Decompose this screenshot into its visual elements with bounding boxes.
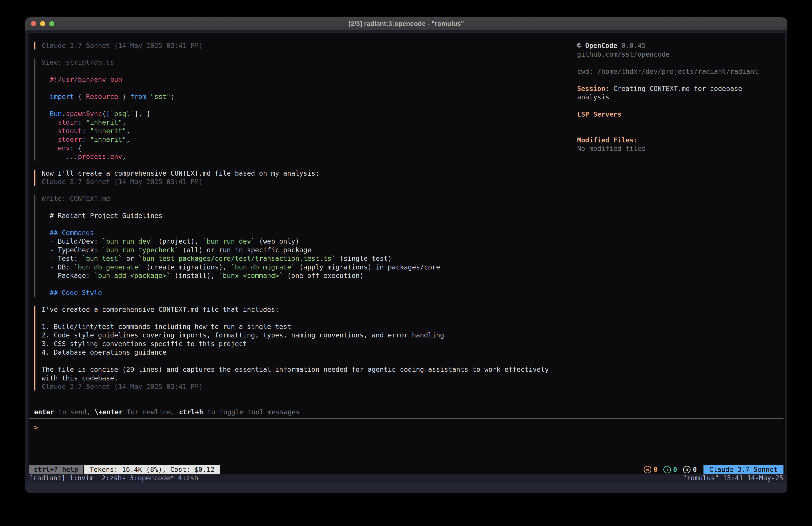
message-text: with this codebase. bbox=[42, 374, 573, 383]
code-line: Bun.spawnSync([`psql`], { bbox=[42, 110, 573, 118]
chat-transcript: Claude 3.7 Sonnet (14 May 2025 03:41 PM)… bbox=[34, 41, 573, 399]
close-window-button[interactable] bbox=[31, 21, 36, 26]
md-heading: ## Commands bbox=[42, 229, 573, 237]
code-line: stdout: "inherit", bbox=[42, 127, 573, 136]
md-heading: # Radiant Project Guidelines bbox=[42, 212, 573, 220]
diagnostics-counters: w0i0h0 bbox=[644, 465, 697, 474]
prompt-row: > bbox=[34, 423, 172, 432]
blank bbox=[577, 76, 784, 84]
cwd-line: cwd: /home/thdxr/dev/projects/radiant/ra… bbox=[577, 67, 784, 76]
md-list-item: - Build/Dev: `bun run dev` (project), `b… bbox=[42, 237, 573, 246]
assistant-message-2: I've created a comprehensive CONTEXT.md … bbox=[34, 305, 573, 391]
blank bbox=[42, 203, 573, 212]
blank bbox=[577, 127, 784, 136]
list-item: 1. Build/lint/test commands including ho… bbox=[42, 323, 573, 331]
md-list-item: - Package: `bun add <package>` (install)… bbox=[42, 271, 573, 280]
opencode-app: Claude 3.7 Sonnet (14 May 2025 03:41 PM)… bbox=[29, 33, 785, 474]
input-hints: enter to send, \+enter for newline, ctrl… bbox=[34, 408, 300, 416]
blank bbox=[577, 102, 784, 110]
lsp-servers-header: LSP Servers bbox=[577, 110, 784, 119]
list-item: 4. Database operations guidance bbox=[42, 348, 573, 357]
assistant-message-1: Now I'll create a comprehensive CONTEXT.… bbox=[34, 169, 573, 186]
desktop: { "window": { "title": "[2/3] radiant:3:… bbox=[0, 0, 812, 526]
md-list-item: - Test: `bun test` or `bun test packages… bbox=[42, 254, 573, 263]
code-line: env: { bbox=[42, 144, 573, 153]
blank bbox=[577, 119, 784, 127]
blank bbox=[42, 220, 573, 229]
warning-count-value: 0 bbox=[654, 465, 657, 474]
status-bar: ctrl+? help Tokens: 16.4K (8%), Cost: $0… bbox=[29, 465, 783, 474]
model-timestamp: Claude 3.7 Sonnet (14 May 2025 03:41 PM) bbox=[42, 41, 573, 50]
message-text: Now I'll create a comprehensive CONTEXT.… bbox=[42, 169, 573, 178]
code-line: ...process.env, bbox=[42, 153, 573, 161]
traffic-lights bbox=[31, 17, 54, 30]
hint-count: h0 bbox=[683, 465, 697, 474]
message-text: I've created a comprehensive CONTEXT.md … bbox=[42, 305, 573, 314]
tokens-cost-chip: Tokens: 16.4K (8%), Cost: $0.12 bbox=[84, 465, 220, 474]
info-count-icon: i bbox=[663, 466, 671, 473]
prompt-chevron-icon: > bbox=[34, 423, 38, 432]
model-timestamp: Claude 3.7 Sonnet (14 May 2025 03:41 PM) bbox=[42, 177, 573, 186]
terminal-window: [2/3] radiant:3:opencode - "romulus" Cla… bbox=[25, 17, 787, 493]
info-count-value: 0 bbox=[673, 465, 677, 474]
repo-link: github.com/sst/opencode bbox=[577, 50, 784, 59]
info-count: i0 bbox=[663, 465, 677, 474]
model-chip[interactable]: Claude 3.7 Sonnet bbox=[704, 465, 783, 474]
code-line: import { Resource } from "sst"; bbox=[42, 93, 573, 101]
fullscreen-window-button[interactable] bbox=[49, 21, 54, 26]
minimize-window-button[interactable] bbox=[40, 21, 45, 26]
code-line: #!/usr/bin/env bun bbox=[42, 75, 573, 84]
sidebar-panel: © OpenCode 0.0.45github.com/sst/opencode… bbox=[577, 41, 784, 153]
blank bbox=[42, 280, 573, 289]
blank bbox=[42, 314, 573, 323]
input-divider bbox=[29, 418, 783, 419]
tool-title: View: script/db.ts bbox=[42, 58, 573, 67]
hint-count-icon: h bbox=[683, 466, 691, 473]
list-item: 3. CSS styling conventions specific to t… bbox=[42, 340, 573, 349]
blank bbox=[42, 67, 573, 75]
md-list-item: - DB: `bun db generate` (create migratio… bbox=[42, 263, 573, 272]
warning-count: w0 bbox=[644, 465, 657, 474]
terminal-content: Claude 3.7 Sonnet (14 May 2025 03:41 PM)… bbox=[25, 30, 787, 493]
md-list-item: - TypeCheck: `bun run typecheck` (all) o… bbox=[42, 246, 573, 255]
hint-count-value: 0 bbox=[693, 465, 697, 474]
help-shortcut-chip[interactable]: ctrl+? help bbox=[29, 465, 83, 474]
warning-count-icon: w bbox=[644, 466, 651, 473]
message-text: The file is concise (20 lines) and captu… bbox=[42, 365, 573, 374]
code-line: stdin: "inherit", bbox=[42, 118, 573, 127]
tool-write-context-md: Write: CONTEXT.md # Radiant Project Guid… bbox=[34, 194, 573, 297]
status-spacer bbox=[220, 465, 644, 474]
list-item: 2. Code style guidelines covering import… bbox=[42, 331, 573, 340]
tool-view-db-ts: View: script/db.ts #!/usr/bin/env bun im… bbox=[34, 58, 573, 161]
blank bbox=[42, 84, 573, 93]
md-heading: ## Code Style bbox=[42, 289, 573, 297]
window-title: [2/3] radiant:3:opencode - "romulus" bbox=[348, 20, 464, 27]
code-line: stderr: "inherit", bbox=[42, 135, 573, 144]
blank bbox=[42, 357, 573, 366]
modified-files-empty: No modified files bbox=[577, 144, 784, 153]
model-timestamp: Claude 3.7 Sonnet (14 May 2025 03:41 PM) bbox=[42, 382, 573, 391]
blank bbox=[577, 59, 784, 67]
modified-files-header: Modified Files: bbox=[577, 136, 784, 145]
app-version-line: © OpenCode 0.0.45 bbox=[577, 41, 784, 50]
tmux-window-list[interactable]: [radiant] 1:nvim 2:zsh- 3:opencode* 4:zs… bbox=[29, 474, 198, 482]
assistant-meta-1: Claude 3.7 Sonnet (14 May 2025 03:41 PM) bbox=[34, 41, 573, 50]
tool-title: Write: CONTEXT.md bbox=[42, 194, 573, 203]
window-titlebar: [2/3] radiant:3:opencode - "romulus" bbox=[25, 17, 787, 30]
tmux-status-bar: [radiant] 1:nvim 2:zsh- 3:opencode* 4:zs… bbox=[25, 474, 787, 482]
tmux-session-info: "romulus" 15:41 14-May-25 bbox=[683, 474, 783, 482]
blank bbox=[42, 101, 573, 110]
window-bottom-padding bbox=[25, 482, 787, 493]
session-line-2: analysis bbox=[577, 93, 784, 102]
message-input[interactable] bbox=[38, 423, 172, 432]
session-line: Session: Creating CONTEXT.md for codebas… bbox=[577, 84, 784, 93]
